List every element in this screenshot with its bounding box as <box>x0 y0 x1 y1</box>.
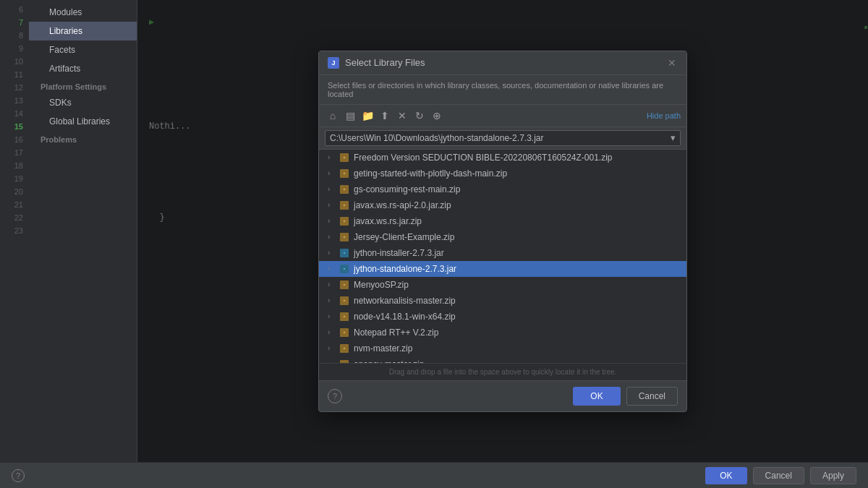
file-name: networkanalisis-master.zip <box>354 294 456 307</box>
list-button[interactable]: ▤ <box>342 108 358 124</box>
file-name: jython-standalone-2.7.3.jar <box>354 262 456 275</box>
refresh-button[interactable]: ↻ <box>412 108 427 124</box>
file-icon: ▪ <box>339 217 349 226</box>
file-icon: ▪ <box>339 153 349 162</box>
file-name: MenyooSP.zip <box>354 278 409 291</box>
zip-icon: ▪ <box>340 328 349 337</box>
cancel-button[interactable]: Cancel <box>626 387 678 406</box>
file-item[interactable]: › ▪ javax.ws.rs.jar.zip <box>319 213 686 229</box>
file-item[interactable]: › ▪ Jersey-Client-Example.zip <box>319 229 686 245</box>
zip-icon: ▪ <box>340 217 349 226</box>
sidebar-item-facets[interactable]: Facets <box>29 40 137 59</box>
sidebar-item-modules[interactable]: Modules <box>29 3 137 22</box>
dialog-footer: ? OK Cancel <box>319 380 686 411</box>
expand-chevron[interactable]: › <box>328 183 336 196</box>
file-item[interactable]: › ▪ opencv-master.zip <box>319 356 686 363</box>
dialog-description: Select files or directories in which lib… <box>319 75 686 105</box>
file-item[interactable]: › ▪ jython-installer-2.7.3.jar <box>319 245 686 261</box>
file-icon: ▪ <box>339 296 349 305</box>
file-icon: ▪ <box>339 360 349 363</box>
zip-icon: ▪ <box>340 153 349 162</box>
dialog-overlay: J Select Library Files ✕ Select files or… <box>137 0 868 462</box>
file-icon: ▪ <box>339 233 349 241</box>
expand-chevron[interactable]: › <box>328 310 336 323</box>
hide-path-link[interactable]: Hide path <box>647 111 681 120</box>
expand-chevron[interactable]: › <box>328 294 336 307</box>
new-folder-button[interactable]: 📁 <box>359 108 375 124</box>
jar-icon: ▪ <box>340 249 349 257</box>
expand-chevron[interactable]: › <box>328 199 336 212</box>
sidebar-item-libraries[interactable]: Libraries <box>29 22 137 40</box>
file-item[interactable]: › ▪ jython-standalone-2.7.3.jar <box>319 261 686 277</box>
sidebar-item-global-libraries[interactable]: Global Libraries <box>29 112 137 131</box>
file-icon: ▪ <box>339 281 349 289</box>
file-icon: ▪ <box>339 265 349 273</box>
file-item[interactable]: › ▪ Freedom Version SEDUCTION BIBLE-2022… <box>319 150 686 166</box>
bottom-bar-right: OK Cancel Apply <box>705 467 856 484</box>
platform-settings-header: Platform Settings <box>29 78 137 93</box>
expand-chevron[interactable]: › <box>328 326 336 339</box>
zip-icon: ▪ <box>340 201 349 210</box>
path-row: ▾ <box>319 127 686 150</box>
drop-hint: Drag and drop a file into the space abov… <box>319 363 686 380</box>
zip-icon: ▪ <box>340 185 349 194</box>
file-item[interactable]: › ▪ gs-consuming-rest-main.zip <box>319 181 686 197</box>
file-name: node-v14.18.1-win-x64.zip <box>354 310 456 323</box>
file-name: javax.ws.rs.jar.zip <box>354 215 422 228</box>
expand-chevron[interactable]: › <box>328 358 336 363</box>
bottom-bar-left: ? <box>12 469 25 482</box>
file-name: gs-consuming-rest-main.zip <box>354 183 460 196</box>
path-input-wrap: ▾ <box>325 130 681 146</box>
dialog-help-button[interactable]: ? <box>328 389 342 403</box>
file-list: › ▪ Freedom Version SEDUCTION BIBLE-2022… <box>319 150 686 363</box>
path-dropdown-button[interactable]: ▾ <box>665 131 680 145</box>
line-numbers: 6 7 8 9 10 11 12 13 14 15 16 17 18 19 20… <box>0 0 29 462</box>
up-button[interactable]: ⬆ <box>377 108 393 124</box>
zip-icon: ▪ <box>340 312 349 321</box>
file-item[interactable]: › ▪ node-v14.18.1-win-x64.zip <box>319 309 686 325</box>
file-icon: ▪ <box>339 249 349 257</box>
dialog-toolbar: ⌂ ▤ 📁 ⬆ ✕ ↻ ⊕ Hide path <box>319 105 686 127</box>
zip-icon: ▪ <box>340 360 349 363</box>
dialog-icon: J <box>328 57 339 69</box>
file-icon: ▪ <box>339 344 349 353</box>
close-button[interactable]: ✕ <box>666 57 678 69</box>
nav-panel: Modules Libraries Facets Artifacts Platf… <box>29 0 137 462</box>
dialog-footer-right: OK Cancel <box>573 387 678 406</box>
jar-icon: ▪ <box>340 265 349 273</box>
sidebar-item-artifacts[interactable]: Artifacts <box>29 59 137 78</box>
zip-icon: ▪ <box>340 281 349 289</box>
ok-button[interactable]: OK <box>573 387 620 406</box>
file-item[interactable]: › ▪ javax.ws.rs-api-2.0.jar.zip <box>319 197 686 213</box>
cancel-main-button[interactable]: Cancel <box>753 467 804 484</box>
file-item[interactable]: › ▪ Notepad RT++ V.2.zip <box>319 325 686 341</box>
expand-chevron[interactable]: › <box>328 247 336 260</box>
delete-button[interactable]: ✕ <box>394 108 410 124</box>
help-button[interactable]: ? <box>12 469 25 482</box>
file-item[interactable]: › ▪ geting-started-with-plotlly-dash-mai… <box>319 166 686 181</box>
apply-main-button[interactable]: Apply <box>810 467 856 484</box>
zip-icon: ▪ <box>340 233 349 241</box>
home-button[interactable]: ⌂ <box>325 108 341 124</box>
file-name: jython-installer-2.7.3.jar <box>354 247 444 260</box>
file-icon: ▪ <box>339 328 349 337</box>
content-area: ▶ Nothi... } <box>137 0 868 462</box>
file-item[interactable]: › ▪ nvm-master.zip <box>319 341 686 356</box>
file-item[interactable]: › ▪ networkanalisis-master.zip <box>319 293 686 309</box>
expand-chevron[interactable]: › <box>328 342 336 355</box>
dialog-title-bar: J Select Library Files ✕ <box>319 51 686 75</box>
expand-chevron[interactable]: › <box>328 151 336 164</box>
file-name: Freedom Version SEDUCTION BIBLE-20220806… <box>354 151 613 164</box>
expand-chevron[interactable]: › <box>328 215 336 228</box>
expand-chevron[interactable]: › <box>328 278 336 291</box>
bottom-bar: ? OK Cancel Apply <box>0 462 868 488</box>
expand-chevron[interactable]: › <box>328 167 336 180</box>
file-item[interactable]: › ▪ MenyooSP.zip <box>319 277 686 293</box>
path-input[interactable] <box>326 131 665 145</box>
ok-main-button[interactable]: OK <box>705 467 746 484</box>
file-name: Notepad RT++ V.2.zip <box>354 326 438 339</box>
sidebar-item-sdks[interactable]: SDKs <box>29 93 137 112</box>
expand-chevron[interactable]: › <box>328 262 336 275</box>
link-button[interactable]: ⊕ <box>429 108 445 124</box>
expand-chevron[interactable]: › <box>328 231 336 244</box>
